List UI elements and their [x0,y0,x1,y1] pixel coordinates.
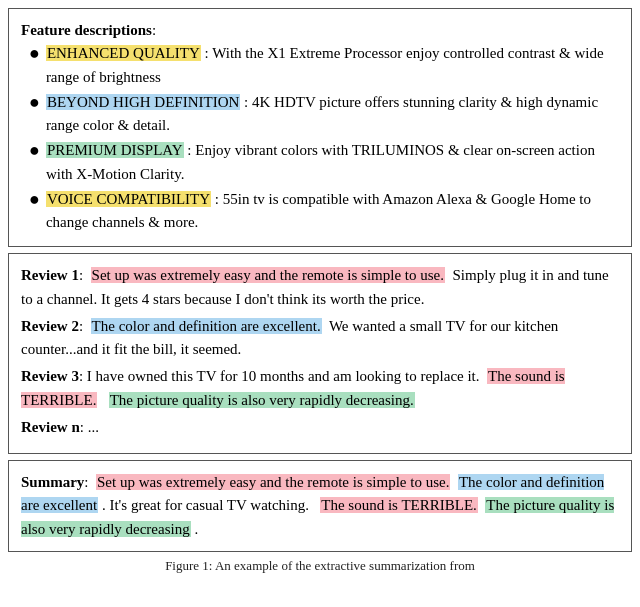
bullet-icon: ● [29,139,40,162]
list-item: ● ENHANCED QUALITY : With the X1 Extreme… [29,42,619,89]
summary-label: Summary [21,474,84,490]
highlight: ENHANCED QUALITY [46,45,201,61]
bullet-icon: ● [29,188,40,211]
bullet-icon: ● [29,91,40,114]
figure-caption: Figure 1: An example of the extractive s… [8,558,632,574]
features-section: Feature descriptions: ● ENHANCED QUALITY… [8,8,632,247]
feature-text: PREMIUM DISPLAY : Enjoy vibrant colors w… [46,139,619,186]
highlight: BEYOND HIGH DEFINITION [46,94,240,110]
list-item: ● PREMIUM DISPLAY : Enjoy vibrant colors… [29,139,619,186]
bullet-icon: ● [29,42,40,65]
features-list: ● ENHANCED QUALITY : With the X1 Extreme… [29,42,619,234]
highlight: The color and definition are excellent. [91,318,322,334]
highlight: Set up was extremely easy and the remote… [91,267,445,283]
highlight: Set up was extremely easy and the remote… [96,474,450,490]
review-label: Review 2 [21,318,79,334]
review-3: Review 3: I have owned this TV for 10 mo… [21,365,619,412]
list-item: ● VOICE COMPATIBILITY : 55in tv is compa… [29,188,619,235]
features-title: Feature descriptions [21,22,152,38]
feature-text: VOICE COMPATIBILITY : 55in tv is compati… [46,188,619,235]
review-n: Review n: ... [21,416,619,439]
review-label: Review 1 [21,267,79,283]
summary-section: Summary: Set up was extremely easy and t… [8,460,632,552]
highlight: PREMIUM DISPLAY [46,142,184,158]
highlight: The sound is TERRIBLE. [320,497,478,513]
review-label: Review 3 [21,368,79,384]
review-1: Review 1: Set up was extremely easy and … [21,264,619,311]
list-item: ● BEYOND HIGH DEFINITION : 4K HDTV pictu… [29,91,619,138]
highlight: The picture quality is also very rapidly… [109,392,415,408]
feature-text: BEYOND HIGH DEFINITION : 4K HDTV picture… [46,91,619,138]
highlight: VOICE COMPATIBILITY [46,191,211,207]
highlight: The picture quality is also very rapidly… [21,497,614,536]
review-label: Review n [21,419,80,435]
reviews-section: Review 1: Set up was extremely easy and … [8,253,632,454]
review-2: Review 2: The color and definition are e… [21,315,619,362]
feature-text: ENHANCED QUALITY : With the X1 Extreme P… [46,42,619,89]
